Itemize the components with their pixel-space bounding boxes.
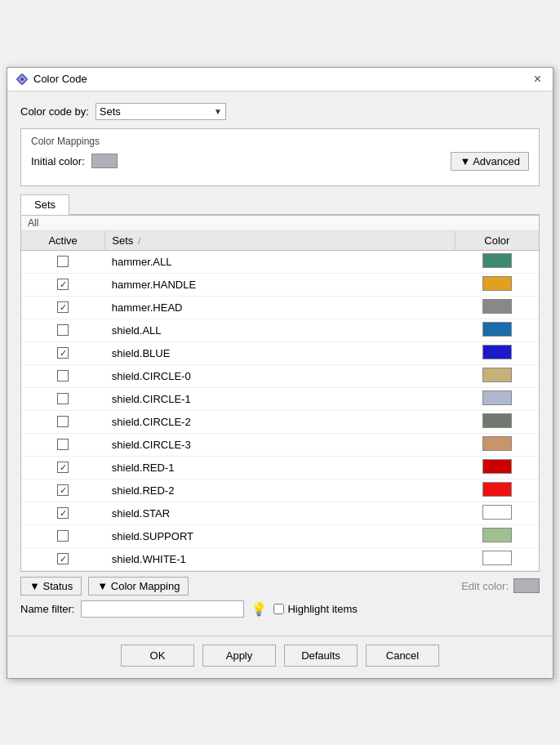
color-cell [455,341,539,364]
set-name-cell: shield.CIRCLE-1 [105,387,455,410]
status-button[interactable]: ▼ Status [20,577,82,596]
color-cell [455,547,539,570]
color-code-by-label: Color code by: [20,105,89,118]
active-cell [21,502,105,524]
set-name-cell: hammer.HEAD [105,296,455,319]
slash-icon: / [138,236,140,246]
table-row: shield.SUPPORT [21,524,539,547]
color-swatch[interactable] [482,528,512,542]
initial-color-label: Initial color: [31,155,85,167]
color-code-dialog: Color Code × Color code by: Sets ▼ Color… [7,67,553,679]
active-cell [21,524,105,547]
set-name-cell: hammer.HANDLE [105,273,455,296]
name-filter-input[interactable] [81,600,244,618]
title-bar: Color Code × [7,68,553,91]
active-cell [21,547,105,570]
set-name-cell: shield.BLUE [105,341,455,364]
table-row: hammer.ALL [21,250,539,273]
table-row: shield.STAR [21,502,539,524]
active-checkbox[interactable] [57,530,69,542]
active-checkbox[interactable] [57,370,69,381]
edit-color-swatch[interactable] [513,578,540,593]
table-row: hammer.HEAD [21,296,539,319]
col-header-sets: Sets / [105,231,455,251]
footer: OK Apply Defaults Cancel [7,636,553,678]
ok-button[interactable]: OK [121,645,194,667]
active-cell [21,456,105,479]
color-code-by-value: Sets [100,105,121,118]
active-checkbox[interactable] [57,393,69,404]
color-swatch[interactable] [482,253,512,268]
color-cell [455,456,539,479]
table-row: shield.CIRCLE-2 [21,410,539,433]
table-row: shield.BLUE [21,341,539,364]
active-checkbox[interactable] [57,416,69,427]
close-button[interactable]: × [531,73,544,86]
col-header-color: Color [455,231,539,251]
active-checkbox[interactable] [57,462,69,473]
color-mappings-section: Color Mappings Initial color: ▼ Advanced [20,128,540,186]
set-name-cell: hammer.ALL [105,250,455,273]
color-swatch[interactable] [482,482,512,497]
dropdown-arrow-icon: ▼ [214,107,222,116]
active-cell [21,250,105,273]
color-mapping-button[interactable]: ▼ Color Mapping [88,577,189,596]
table-container: All Active Sets / Color hammer.ALLhammer… [20,215,540,572]
color-cell [455,364,539,387]
active-cell [21,479,105,502]
dialog-body: Color code by: Sets ▼ Color Mappings Ini… [7,91,553,636]
active-checkbox[interactable] [57,279,69,290]
table-row: shield.CIRCLE-1 [21,387,539,410]
set-name-cell: shield.CIRCLE-2 [105,410,455,433]
color-code-by-dropdown[interactable]: Sets ▼ [96,103,226,120]
active-cell [21,410,105,433]
active-cell [21,319,105,341]
cancel-button[interactable]: Cancel [366,645,439,667]
color-swatch[interactable] [482,345,512,359]
color-swatch[interactable] [482,413,512,428]
color-swatch[interactable] [482,551,512,565]
tab-sets[interactable]: Sets [20,194,69,215]
defaults-button[interactable]: Defaults [284,645,358,667]
set-name-cell: shield.ALL [105,319,455,341]
active-checkbox[interactable] [57,256,69,267]
color-cell [455,319,539,341]
color-swatch[interactable] [482,299,512,314]
apply-button[interactable]: Apply [202,645,276,667]
color-table: Active Sets / Color hammer.ALLhammer.HAN… [21,231,539,571]
table-row: shield.WHITE-1 [21,547,539,570]
active-checkbox[interactable] [57,484,69,496]
active-checkbox[interactable] [57,507,69,519]
active-checkbox[interactable] [57,301,69,313]
active-checkbox[interactable] [57,347,69,359]
color-cell [455,250,539,273]
edit-color-row: Edit color: [461,578,540,593]
color-swatch[interactable] [482,322,512,337]
set-name-cell: shield.WHITE-1 [105,547,455,570]
color-swatch[interactable] [482,276,512,291]
bulb-icon[interactable]: 💡 [251,601,267,617]
color-cell [455,524,539,547]
table-row: shield.CIRCLE-3 [21,433,539,456]
active-checkbox[interactable] [57,553,69,564]
set-name-cell: shield.STAR [105,502,455,524]
color-swatch[interactable] [482,390,512,405]
highlight-items-checkbox[interactable] [273,604,284,614]
color-swatch[interactable] [482,436,512,451]
color-cell [455,502,539,524]
initial-color-swatch[interactable] [91,154,118,168]
color-swatch[interactable] [482,459,512,474]
active-checkbox[interactable] [57,439,69,450]
highlight-items-label[interactable]: Highlight items [287,603,357,615]
initial-color-left: Initial color: [31,154,118,168]
table-body: hammer.ALLhammer.HANDLEhammer.HEADshield… [21,250,539,570]
set-name-cell: shield.SUPPORT [105,524,455,547]
group-label: All [21,216,539,231]
advanced-button[interactable]: ▼ Advanced [451,152,529,171]
color-swatch[interactable] [482,505,512,520]
table-header-row: Active Sets / Color [21,231,539,251]
active-checkbox[interactable] [57,324,69,336]
color-cell [455,387,539,410]
color-swatch[interactable] [482,368,512,382]
color-cell [455,479,539,502]
